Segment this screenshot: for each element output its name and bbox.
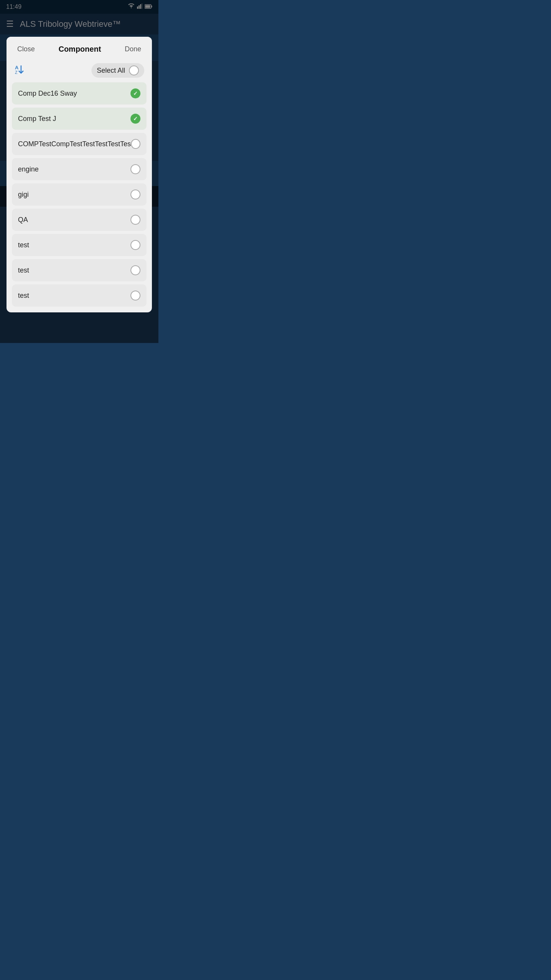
modal-done-button[interactable]: Done — [122, 44, 144, 55]
item-radio-8[interactable] — [130, 265, 140, 275]
item-radio-1[interactable] — [130, 88, 140, 98]
item-radio-4[interactable] — [130, 164, 140, 174]
modal-list: Comp Dec16 Sway Comp Test J COMPTestComp… — [7, 82, 152, 312]
item-label-7: test — [18, 241, 130, 249]
select-all-container[interactable]: Select All — [91, 63, 144, 78]
modal-list-item-5[interactable]: gigi — [12, 183, 147, 206]
modal-list-item-3[interactable]: COMPTestCompTestTestTestTestTes — [12, 133, 147, 155]
item-label-6: QA — [18, 216, 130, 224]
modal-close-button[interactable]: Close — [14, 44, 38, 55]
modal-overlay: Close Component Done A Z Select All — [0, 0, 158, 343]
svg-text:A: A — [15, 65, 19, 70]
modal-list-item-6[interactable]: QA — [12, 209, 147, 231]
item-label-5: gigi — [18, 191, 130, 199]
svg-text:Z: Z — [15, 70, 18, 75]
modal-list-item-1[interactable]: Comp Dec16 Sway — [12, 82, 147, 105]
component-modal: Close Component Done A Z Select All — [7, 37, 152, 312]
modal-toolbar: A Z Select All — [7, 60, 152, 82]
item-label-2: Comp Test J — [18, 115, 130, 123]
item-radio-7[interactable] — [130, 240, 140, 250]
item-radio-9[interactable] — [130, 291, 140, 301]
item-label-4: engine — [18, 165, 130, 173]
modal-list-item-7[interactable]: test — [12, 234, 147, 256]
modal-list-item-8[interactable]: test — [12, 259, 147, 281]
select-all-radio[interactable] — [129, 65, 139, 75]
item-label-3: COMPTestCompTestTestTestTestTes — [18, 140, 131, 148]
item-label-8: test — [18, 266, 130, 274]
modal-list-item-4[interactable]: engine — [12, 158, 147, 180]
select-all-label: Select All — [97, 67, 125, 75]
item-radio-2[interactable] — [130, 114, 140, 124]
item-label-9: test — [18, 292, 130, 300]
item-label-1: Comp Dec16 Sway — [18, 90, 130, 98]
sort-az-icon[interactable]: A Z — [14, 64, 25, 77]
modal-header: Close Component Done — [7, 37, 152, 60]
modal-list-item-9[interactable]: test — [12, 284, 147, 307]
item-radio-3[interactable] — [131, 139, 140, 149]
item-radio-5[interactable] — [130, 189, 140, 199]
modal-title: Component — [59, 45, 101, 54]
modal-list-item-2[interactable]: Comp Test J — [12, 108, 147, 130]
item-radio-6[interactable] — [130, 215, 140, 225]
